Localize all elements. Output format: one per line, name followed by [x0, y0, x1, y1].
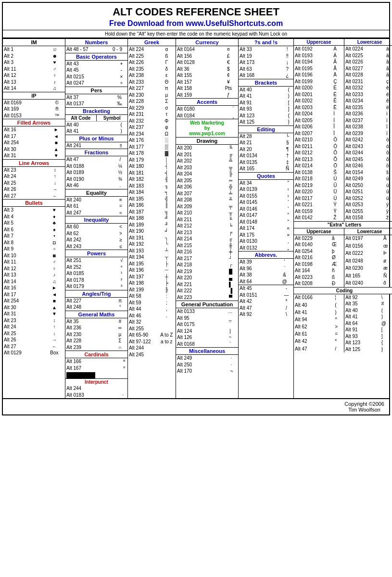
coding-left-table: Alt 45- Alt 0151— Alt 42* Alt 47/ Alt 92…: [239, 285, 293, 318]
misc-header: Miscellaneous: [176, 348, 238, 355]
numbers-table: Alt 48 - 570 - 9: [65, 46, 127, 53]
accents-header: Accents: [176, 99, 238, 106]
fractions-table: Alt 47/ Alt 0188¼ Alt 0189½ Alt 0190¾ Al…: [65, 156, 127, 189]
copyright-section: Copyright ©2006Tim Woolfson: [3, 398, 389, 414]
basic-ops-table: Alt 43+ Alt 45- Alt 0215× Alt 0247÷: [65, 61, 127, 87]
inequality-table: Alt 60< Alt 62> Alt 242≥ Alt 243≤: [65, 224, 127, 250]
bracketing-table: Alt 40( Alt 41): [65, 122, 127, 135]
bullets-header: Bullets: [3, 200, 65, 207]
quotes-table: Alt 34" Alt 0139‹ Alt 0155› Alt 0145' Al…: [239, 180, 293, 251]
angles-table: Alt 227π Alt 248°: [65, 298, 127, 311]
equality-table: Alt 240≡ Alt 61= Alt 247≈: [65, 197, 127, 216]
numbers-header: Numbers: [65, 39, 127, 46]
lowercase-table: Alt 0224à Alt 0225á Alt 0226â Alt 0227ã …: [344, 46, 392, 221]
uppercase-table: Alt 0192À Alt 0193Á Alt 0194Â Alt 0195Ã …: [294, 46, 344, 221]
col-questions: ?s and !s Alt 33! Alt 19‼ Alt 173¡ Alt 6…: [239, 39, 294, 398]
equality-header: Equality: [65, 189, 127, 197]
gen-maths-header: General Maths: [65, 311, 127, 318]
lowercase-header: Lowercase: [344, 39, 392, 46]
gen-maths-table: Alt 35# Alt 236∞ Alt 230µ Alt 228Σ Alt 2…: [65, 318, 127, 351]
basic-ops-header: Basic Operators: [65, 53, 127, 61]
reference-sheet: ALT CODES REFERENCE SHEET Free Download …: [2, 2, 390, 415]
editing-table: Alt 28└ Alt 21§ Alt 20¶ Alt 0134† Alt 01…: [239, 133, 293, 172]
fractions-header: Fractions: [65, 149, 127, 156]
col-numbers: Numbers Alt 48 - 570 - 9 Basic Operators…: [65, 39, 128, 398]
qs-header: ?s and !s: [239, 39, 293, 46]
greek-table: Alt 224α Alt 225ß Alt 226Γ Alt 235δ Alt …: [128, 46, 176, 358]
subtitle: Free Download from www.UsefulShortcuts.c…: [3, 19, 389, 30]
misc-table: Alt 249· Alt 250· Alt 170¬: [176, 355, 238, 375]
angles-header: Angles/Trig: [65, 290, 127, 298]
coding-left: Alt 0166¦ Alt 40( Alt 41) Alt 94^ Alt 62…: [294, 294, 344, 353]
pers-table: Alt 37% Alt 0137‰: [65, 94, 127, 107]
col-letters: Uppercase Lowercase Alt 0192À Alt 0193Á …: [294, 39, 392, 398]
copyright-text: Copyright ©2006Tim Woolfson: [344, 401, 384, 413]
uppercase-header: Uppercase: [294, 39, 344, 46]
qs-table: Alt 33! Alt 19‼ Alt 173¡ Alt 63? Alt 168…: [239, 46, 293, 79]
pers-header: Pers: [65, 87, 127, 94]
im-table: Alt 1☺ Alt 2☻ Alt 3♥ Alt 11♂ Alt 12♀ Alt…: [3, 46, 65, 92]
accents-table: Alt 0180´ Alt 0184¸: [176, 106, 238, 119]
extra-uppercase-table: Alt 0229å Alt 0140Œ Alt 0254þ Alt 0216Ø …: [294, 235, 344, 287]
quotes-header: Quotes: [239, 173, 293, 180]
gen-punct-table: Alt 0133… Alt 95_ Alt 0175¯ Alt 124| Alt…: [176, 308, 238, 347]
im-header: IM: [3, 39, 65, 46]
plus-minus-table: Alt 241±: [65, 142, 127, 149]
filled-arrows-header: Filled Arrows: [3, 119, 65, 126]
line-arrows-table: Alt 23↕ Alt 24↑ Alt 25↓ Alt 26→ Alt 27←: [3, 167, 65, 200]
ip-header: IP: [3, 92, 65, 100]
extra-uppercase-header: Uppercase: [294, 228, 344, 235]
powers-header: Powers: [65, 250, 127, 257]
title: ALT CODES REFERENCE SHEET: [3, 3, 389, 19]
extra-lowercase-table: Alt 0197Å Alt 0156œ Alt 0222Þ Alt 0248ø …: [344, 235, 392, 287]
coding-header: Coding: [294, 287, 392, 294]
currency-header: Currency: [176, 39, 238, 46]
ip-table: Alt 0169© Alt 169® Alt 0153™: [3, 100, 65, 119]
currency-table: Alt 0164¤ Alt 156£ Alt 0128€ Alt 36$ Alt…: [176, 46, 238, 98]
bracketing-header: Bracketing: [65, 108, 127, 115]
col-im: IM Alt 1☺ Alt 2☻ Alt 3♥ Alt 11♂ Alt 12♀ …: [3, 39, 65, 398]
cardinals-table: Alt 166ª Alt 167º: [65, 358, 127, 378]
col-greek: Greek Alt 224α Alt 225ß Alt 226Γ Alt 235…: [128, 39, 176, 398]
drawing-table: Alt 200╚ Alt 201╔ Alt 202╩ Alt 203╦ Alt …: [176, 145, 238, 301]
interpunct-table: Alt 244 Alt 0183·: [65, 385, 127, 398]
brackets-table: Alt 40( Alt 41) Alt 91[ Alt 93] Alt 123{…: [239, 87, 293, 125]
editing-header: Editing: [239, 126, 293, 133]
line-arrows-header: Line Arrows: [3, 160, 65, 167]
col-currency: Currency Alt 0164¤ Alt 156£ Alt 0128€ Al…: [176, 39, 239, 398]
instruction: Hold down the "Alt" key then enter the c…: [3, 30, 389, 38]
gen-punct-header-mid: General Punctuation: [176, 301, 238, 308]
greek-header: Greek: [128, 39, 176, 46]
drawing-header: Drawing: [176, 138, 238, 145]
brackets-header: Brackets: [239, 79, 293, 87]
cardinals-header: Cardinals: [65, 351, 127, 358]
abbrevs-header: Abbrevs.: [239, 251, 293, 259]
coding-right: Alt 92\ Alt 35# Alt 40( Alt 41) Alt 64@ …: [344, 294, 392, 353]
plus-minus-header: Plus or Minus: [65, 135, 127, 142]
interpunct-header: Interpunct: [65, 378, 127, 385]
web-marketing-header: Web Marketingbywww.pwp1.com: [176, 119, 238, 137]
inequality-header: Inequality: [65, 216, 127, 224]
filled-arrows-table: Alt 16► Alt 17◄ Alt 254■ Alt 30▲ Alt 31▼: [3, 126, 65, 159]
bullets-table: Alt 3♥ Alt 4♦ Alt 5♣ Alt 6♠ Alt 7• Alt 8…: [3, 207, 65, 356]
extra-letters-header: "Extra" Letters: [294, 221, 392, 228]
extra-lowercase-header: Lowercase: [344, 228, 392, 235]
powers-table: Alt 251√ Alt 252ⁿ Alt 0185¹ Alt 0178² Al…: [65, 257, 127, 290]
abbrevs-table: Alt 39' Alt 96` Alt 38& Alt 64@: [239, 259, 293, 285]
